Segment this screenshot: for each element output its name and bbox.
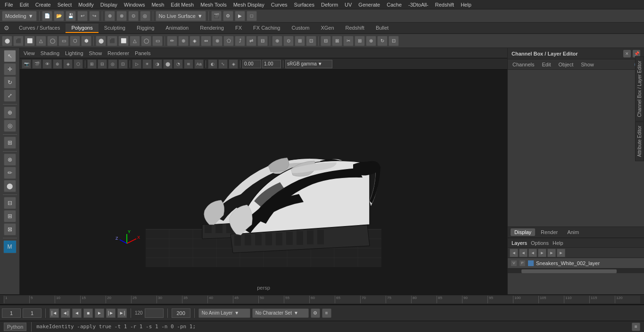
cylinder-btn[interactable]: ⬜ (25, 36, 35, 46)
workspace-dropdown[interactable]: Modeling ▼ (2, 11, 37, 21)
drt-tab-display[interactable]: Display (511, 228, 535, 236)
render-region-btn[interactable]: □ (247, 11, 257, 21)
offset-btn[interactable]: ⊞ (295, 36, 305, 46)
drt-tab-anim[interactable]: Anim (563, 228, 583, 236)
cube-btn[interactable]: ⬛ (13, 36, 24, 46)
layer-step-fwd-btn[interactable]: ► (538, 249, 546, 257)
play-back-btn[interactable]: ◄ (72, 308, 82, 318)
menu-uv[interactable]: UV (342, 1, 355, 8)
step-back-btn[interactable]: ◄| (61, 308, 70, 318)
undo-btn[interactable]: ↩ (77, 11, 88, 21)
subdiv-cone-btn[interactable]: △ (130, 36, 140, 46)
python-label[interactable]: Python (4, 323, 26, 331)
menu-cache[interactable]: Cache (384, 1, 405, 8)
vp-colorspace-dropdown[interactable]: sRGB gamma ▼ (285, 60, 332, 68)
uv-unfold-btn[interactable]: ⊟ (321, 36, 331, 46)
cb-tab-channels[interactable]: Channels (511, 61, 536, 68)
menu-redshift[interactable]: Redshift (432, 1, 457, 8)
live-surface-dropdown[interactable]: No Live Surface ▼ (156, 11, 206, 21)
open-file-btn[interactable]: 📂 (54, 11, 64, 21)
anim-layer-dropdown[interactable]: No Anim Layer ▼ (198, 308, 250, 318)
vp-aa-btn[interactable]: Aa (194, 59, 204, 69)
menu-display[interactable]: Display (98, 1, 120, 8)
vp-menu-panels[interactable]: Panels (135, 50, 151, 56)
layers-tab-options[interactable]: Options (531, 240, 549, 246)
layer-prev-btn[interactable]: ◄ (510, 249, 518, 257)
uv-scale-btn[interactable]: ⊡ (388, 36, 399, 46)
universal-manip-tool[interactable]: ⊕ (4, 106, 16, 119)
disk-btn[interactable]: ⬡ (70, 36, 80, 46)
frame-start-field[interactable] (23, 308, 41, 318)
layer-render-btn[interactable]: P (519, 260, 526, 267)
tab-curves-surfaces[interactable]: Curves / Surfaces (13, 24, 66, 33)
vp-xray-btn[interactable]: ◈ (63, 59, 73, 69)
stop-btn[interactable]: ■ (83, 308, 93, 318)
vp-menu-lighting[interactable]: Lighting (65, 50, 83, 56)
vp-dof-btn[interactable]: ◔ (173, 59, 183, 69)
frame-current-field[interactable] (2, 308, 21, 318)
edge-tab-attribute-editor[interactable]: Attribute Editor (635, 121, 644, 161)
menu-edit-mesh[interactable]: Edit Mesh (168, 1, 197, 8)
cb-tab-show[interactable]: Show (579, 61, 596, 68)
uv-sew-btn[interactable]: ⊞ (355, 36, 365, 46)
platonic-btn[interactable]: ⬢ (81, 36, 91, 46)
tab-sculpting[interactable]: Sculpting (99, 24, 131, 33)
layers-scrollbar[interactable] (508, 268, 644, 273)
uv-cut-btn[interactable]: ✂ (343, 36, 354, 46)
script-editor-btn[interactable]: ≡ (632, 323, 640, 331)
tab-redshift[interactable]: Redshift (340, 24, 370, 33)
fill-hole-btn[interactable]: ⊟ (257, 36, 268, 46)
vp-camera-btn[interactable]: 📷 (22, 59, 31, 69)
smooth-btn[interactable]: ◈ (190, 36, 200, 46)
menu-surfaces[interactable]: Surfaces (291, 1, 317, 8)
menu-mesh-tools[interactable]: Mesh Tools (198, 1, 229, 8)
show-manipulator-tool[interactable]: ⊞ (4, 137, 16, 149)
batch-render-btn[interactable]: ▶ (235, 11, 245, 21)
menu-windows[interactable]: Windows (121, 1, 148, 8)
paint-tool[interactable]: ✏ (4, 167, 16, 179)
menu-3dtoall[interactable]: -3DtoAll- (405, 1, 431, 8)
uv-layout-btn[interactable]: ⊠ (332, 36, 342, 46)
frame-marker-field[interactable] (145, 308, 164, 318)
bevel-btn[interactable]: ⬠ (223, 36, 234, 46)
subdiv-cyl-btn[interactable]: ⬜ (118, 36, 129, 46)
frame-range-end-field[interactable] (172, 308, 190, 318)
cb-tab-edit[interactable]: Edit (540, 61, 553, 68)
lasso-tool[interactable]: ⊗ (4, 154, 16, 166)
play-fwd-btn[interactable]: ► (95, 308, 104, 318)
select-tool-btn[interactable]: ⊕ (105, 11, 115, 21)
vp-grid-btn[interactable]: ⊞ (87, 59, 97, 69)
menu-modify[interactable]: Modify (75, 1, 96, 8)
tab-bullet[interactable]: Bullet (370, 24, 395, 33)
layer-visibility-btn[interactable]: V (511, 260, 517, 267)
redo-btn[interactable]: ↪ (89, 11, 99, 21)
edge-tab-channel-box[interactable]: Channel Box / Layer Editor (635, 57, 644, 121)
layer-prev2-btn[interactable]: ◄ (519, 249, 528, 257)
uv-rotate-btn[interactable]: ↻ (377, 36, 388, 46)
layers-tab-help[interactable]: Help (553, 240, 563, 246)
vp-isolate-btn[interactable]: ◎ (108, 59, 117, 69)
sphere-btn[interactable]: ⬤ (2, 36, 12, 46)
lasso-tool-btn[interactable]: ⊗ (116, 11, 127, 21)
menu-create[interactable]: Create (33, 1, 54, 8)
menu-curves[interactable]: Curves (268, 1, 290, 8)
vp-shadow-btn[interactable]: ◑ (153, 59, 162, 69)
vp-select-mask-btn[interactable]: ⊕ (53, 59, 62, 69)
ring-cut-btn[interactable]: ⊙ (283, 36, 294, 46)
paint-tool-btn[interactable]: ⊙ (128, 11, 139, 21)
viewport-content[interactable]: X Y Z persp (20, 70, 507, 294)
new-file-btn[interactable]: 📄 (42, 11, 52, 21)
subdiv-cube-btn[interactable]: ⬛ (107, 36, 117, 46)
render-settings-btn[interactable]: ⚙ (223, 11, 233, 21)
connect-tool-btn[interactable]: ⊕ (178, 36, 189, 46)
tab-settings-icon[interactable]: ⚙ (2, 24, 11, 33)
vp-film-btn[interactable]: 🎬 (32, 59, 41, 69)
mirror-btn[interactable]: ⇔ (201, 36, 211, 46)
layers-tab-layers[interactable]: Layers (512, 240, 527, 246)
snap-grid-tool[interactable]: ⊟ (4, 197, 16, 209)
menu-mesh[interactable]: Mesh (149, 1, 167, 8)
move-tool[interactable]: ✛ (4, 63, 16, 75)
layers-scrollbar-thumb[interactable] (521, 269, 617, 273)
cb-tab-object[interactable]: Object (556, 61, 575, 68)
tab-fx[interactable]: FX (230, 24, 248, 33)
